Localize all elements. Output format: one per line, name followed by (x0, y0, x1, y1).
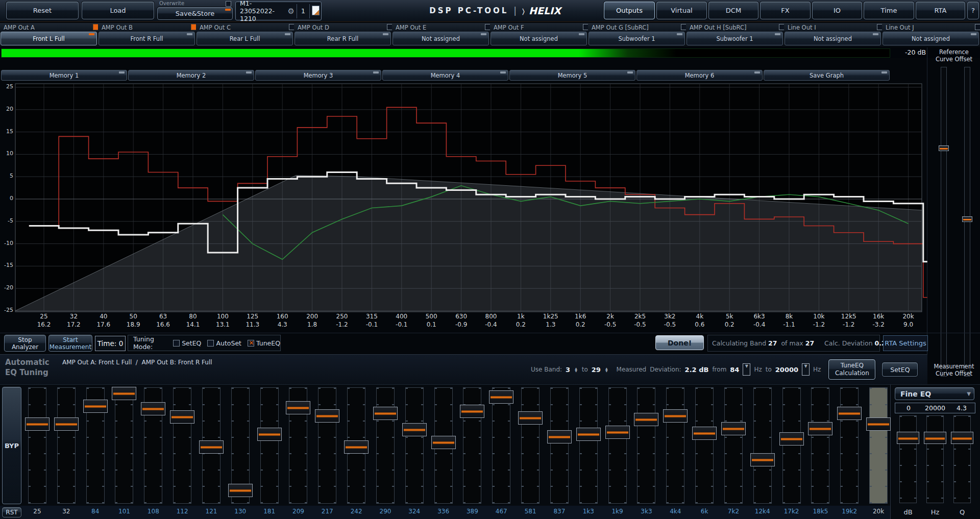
measurement-offset-handle[interactable] (962, 216, 972, 222)
eq-band-handle-130[interactable] (228, 484, 253, 497)
save-store-button[interactable]: Save&Store (157, 7, 233, 20)
stop-analyzer-button[interactable]: StopAnalyzer (4, 335, 46, 352)
fine-eq-handle-hz[interactable] (924, 432, 946, 444)
reference-offset-slider[interactable] (941, 67, 947, 377)
freq-to-dropdown[interactable]: ▼ (802, 363, 810, 376)
eq-band-handle-209[interactable] (286, 401, 310, 414)
eq-band-handle-181[interactable] (257, 428, 282, 441)
eq-band-slider-3k3[interactable] (637, 387, 655, 504)
nav-button-[interactable]: ? (967, 2, 979, 19)
eq-band-slider-12k4[interactable] (753, 387, 772, 504)
fine-eq-slider-db[interactable] (899, 415, 917, 503)
eq-band-slider-19k2[interactable] (840, 387, 859, 504)
eq-band-handle-84[interactable] (83, 400, 108, 413)
eq-band-handle-108[interactable] (141, 402, 165, 415)
done-button[interactable]: Done! (655, 335, 704, 350)
tuning-mode-checkbox-tuneeq[interactable] (248, 340, 254, 347)
freq-from-dropdown[interactable]: ▼ (743, 363, 750, 376)
eq-band-handle-112[interactable] (170, 410, 194, 424)
fine-eq-value-db[interactable]: 0 (895, 404, 922, 412)
eq-band-handle-1k9[interactable] (605, 426, 630, 439)
eq-band-handle-4k4[interactable] (663, 409, 688, 423)
eq-band-handle-467[interactable] (489, 390, 513, 404)
eq-band-slider-242[interactable] (347, 387, 365, 504)
eq-band-slider-101[interactable] (115, 387, 133, 504)
channel-checkbox-j[interactable] (975, 24, 980, 30)
eq-band-handle-290[interactable] (373, 407, 398, 420)
notepad-icon[interactable] (310, 6, 321, 17)
fine-eq-handle-q[interactable] (951, 432, 973, 444)
memory-button-4[interactable]: Memory 4 (382, 70, 508, 81)
eq-band-handle-7k2[interactable] (721, 422, 746, 435)
nav-button-io[interactable]: IO (812, 2, 862, 19)
eq-band-slider-837[interactable] (550, 387, 569, 504)
eq-band-slider-209[interactable] (289, 387, 307, 504)
eq-band-slider-324[interactable] (405, 387, 424, 504)
channel-tab-f[interactable]: Not assigned (491, 32, 587, 45)
tuning-mode-tuneeq[interactable]: TuneEQ (248, 339, 280, 347)
reference-offset-handle[interactable] (939, 145, 949, 151)
channel-tab-d[interactable]: Rear R Full (295, 32, 391, 45)
fine-eq-value-hz[interactable]: 20000 (922, 404, 948, 412)
eq-band-handle-3k3[interactable] (634, 413, 658, 426)
fine-eq-handle-db[interactable] (897, 432, 919, 444)
channel-tab-b[interactable]: Front R Full (99, 32, 195, 45)
eq-band-handle-12k4[interactable] (750, 453, 775, 466)
eq-band-handle-581[interactable] (518, 411, 543, 425)
eq-band-handle-336[interactable] (431, 436, 456, 449)
measurement-offset-slider[interactable] (964, 67, 970, 377)
memory-button-5[interactable]: Memory 5 (509, 70, 635, 81)
eq-band-slider-17k2[interactable] (782, 387, 801, 504)
fine-eq-value-q[interactable]: 4.3 (948, 404, 975, 412)
eq-band-slider-130[interactable] (231, 387, 250, 504)
reset-button[interactable]: Reset (6, 2, 79, 19)
tuning-mode-checkbox-seteq[interactable] (173, 340, 180, 347)
eq-band-handle-1k3[interactable] (576, 428, 601, 441)
load-button[interactable]: Load (82, 2, 154, 19)
channel-tab-a[interactable]: Front L Full (1, 32, 97, 45)
tuning-mode-seteq[interactable]: SetEQ (173, 339, 201, 347)
band-from-spinner[interactable]: ▲▼ (575, 367, 577, 372)
eq-band-handle-837[interactable] (547, 430, 572, 443)
eq-band-slider-181[interactable] (260, 387, 279, 504)
eq-band-handle-17k2[interactable] (779, 432, 804, 446)
fine-eq-dropdown[interactable]: Fine EQ ▼ (895, 387, 974, 400)
eq-band-slider-108[interactable] (144, 387, 162, 504)
eq-band-slider-1k9[interactable] (608, 387, 627, 504)
nav-button-virtual[interactable]: Virtual (656, 2, 707, 19)
eq-band-slider-389[interactable] (463, 387, 481, 504)
eq-band-handle-389[interactable] (460, 405, 484, 418)
eq-band-slider-467[interactable] (492, 387, 510, 504)
eq-band-slider-112[interactable] (173, 387, 191, 504)
eq-band-handle-324[interactable] (402, 423, 427, 436)
eq-band-slider-121[interactable] (202, 387, 220, 504)
band-to-spinner[interactable]: ▲▼ (605, 367, 608, 372)
eq-band-slider-4k4[interactable] (666, 387, 684, 504)
nav-button-outputs[interactable]: Outputs (604, 2, 655, 19)
eq-band-slider-217[interactable] (318, 387, 336, 504)
freq-to-value[interactable]: 20000 (775, 366, 798, 374)
eq-band-slider-32[interactable] (57, 387, 76, 504)
band-from-value[interactable]: 3 (566, 366, 570, 374)
tuning-mode-autoset[interactable]: AutoSet (207, 339, 241, 347)
channel-tab-e[interactable]: Not assigned (393, 32, 489, 45)
eq-band-slider-18k5[interactable] (811, 387, 829, 504)
memory-button-6[interactable]: Memory 6 (636, 70, 763, 81)
eq-band-handle-101[interactable] (112, 387, 136, 400)
eq-band-handle-121[interactable] (199, 440, 224, 454)
eq-band-handle-217[interactable] (315, 409, 339, 423)
freq-from-value[interactable]: 84 (730, 366, 739, 374)
eq-band-slider-336[interactable] (434, 387, 453, 504)
band-to-value[interactable]: 29 (592, 366, 601, 374)
fine-eq-slider-hz[interactable] (926, 415, 944, 503)
overwrite-checkbox[interactable] (226, 1, 231, 7)
gear-icon[interactable]: ⚙ (286, 7, 297, 16)
eq-band-handle-6k[interactable] (692, 427, 717, 440)
eq-band-slider-1k3[interactable] (579, 387, 598, 504)
eq-band-handle-32[interactable] (54, 417, 79, 431)
nav-button-dcm[interactable]: DCM (708, 2, 758, 19)
nav-button-time[interactable]: Time (864, 2, 914, 19)
fine-eq-slider-q[interactable] (953, 415, 971, 503)
eq-band-slider-7k2[interactable] (724, 387, 743, 504)
rta-settings-button[interactable]: RTA Settings (883, 335, 928, 351)
